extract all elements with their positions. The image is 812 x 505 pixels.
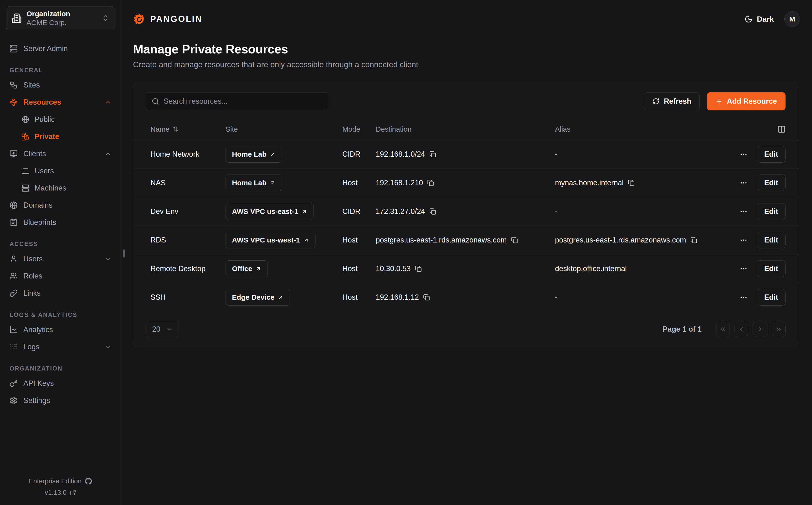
sidebar-item-api-keys[interactable]: API Keys [6,375,115,392]
page-size-value: 20 [152,325,160,334]
sidebar-item-server-admin[interactable]: Server Admin [6,40,115,57]
sidebar-item-label: Links [23,289,111,298]
row-alias: desktop.office.internal [555,265,627,273]
column-header-name[interactable]: Name [146,125,221,133]
sidebar-item-private[interactable]: Private [19,128,115,145]
column-header-destination: Destination [371,125,550,133]
row-destination: 10.30.0.53 [376,265,411,273]
copy-icon [423,294,430,301]
destination-copy-button[interactable] [429,208,436,215]
edit-button[interactable]: Edit [757,289,786,306]
ellipsis-icon [740,179,748,187]
sidebar-item-users[interactable]: Users [6,250,115,268]
github-icon[interactable] [85,478,92,485]
destination-copy-button[interactable] [415,266,422,272]
sidebar-item-label: API Keys [23,379,111,388]
sidebar-item-resources[interactable]: Resources [6,94,115,111]
edit-button[interactable]: Edit [757,261,786,277]
row-alias: - [555,293,557,302]
row-menu-button[interactable] [740,207,748,215]
row-menu-button[interactable] [740,265,748,273]
column-visibility-button[interactable] [731,125,786,133]
sidebar-item-public[interactable]: Public [19,111,115,128]
external-link-icon[interactable] [70,490,76,496]
row-menu-button[interactable] [740,179,748,187]
sidebar-item-client-users[interactable]: Users [19,162,115,180]
table-row: SSH Edge Device Host 192.168.1.12 - Edit [133,283,798,312]
edit-button[interactable]: Edit [757,232,786,248]
server-icon [22,184,29,192]
globe-lock-icon [22,133,29,140]
theme-toggle[interactable]: Dark [745,15,774,24]
site-link-button[interactable]: Edge Device [225,289,290,306]
destination-copy-button[interactable] [429,151,436,158]
sidebar-item-label: Domains [23,201,111,210]
row-mode: Host [338,236,371,244]
ellipsis-icon [740,265,748,273]
plus-icon [716,98,723,105]
edit-button[interactable]: Edit [757,175,786,191]
next-page-button[interactable] [753,322,767,337]
sidebar-item-domains[interactable]: Domains [6,197,115,214]
destination-copy-button[interactable] [423,294,430,301]
sidebar-item-label: Roles [23,272,111,281]
sidebar-item-settings[interactable]: Settings [6,392,115,409]
sidebar-scrollbar-thumb[interactable] [123,249,125,258]
sidebar-item-label: Clients [23,150,99,158]
sidebar-item-links[interactable]: Links [6,285,115,302]
sidebar-item-roles[interactable]: Roles [6,268,115,285]
sidebar-item-machines[interactable]: Machines [19,180,115,197]
destination-copy-button[interactable] [427,180,434,186]
row-alias: mynas.home.internal [555,179,624,187]
waypoints-icon [10,98,18,106]
refresh-button[interactable]: Refresh [644,92,699,111]
refresh-icon [652,98,659,105]
sidebar-item-logs[interactable]: Logs [6,338,115,355]
arrow-up-right-icon [301,209,307,214]
site-chip-label: Home Lab [232,179,266,187]
sidebar-item-analytics[interactable]: Analytics [6,321,115,338]
row-alias: postgres.us-east-1.rds.amazonaws.com [555,236,686,244]
row-menu-button[interactable] [740,293,748,301]
user-icon [10,255,18,263]
edit-button[interactable]: Edit [757,146,786,163]
org-selector[interactable]: Organization ACME Corp. [6,6,115,30]
table-header: Name Site Mode Destination Alias [133,119,798,140]
sidebar-item-label: Private [35,132,113,141]
copy-icon [429,151,436,158]
site-link-button[interactable]: AWS VPC us-east-1 [225,203,314,220]
search-input[interactable] [164,97,322,106]
gear-icon [10,396,18,404]
sidebar-item-label: Analytics [23,325,111,334]
sidebar-item-label: Logs [23,343,99,351]
logs-icon [10,343,18,351]
sidebar-nav: Server Admin GENERAL Sites Resources Pub… [6,40,115,409]
column-header-site: Site [221,125,338,133]
page-size-select[interactable]: 20 [146,321,179,338]
moon-icon [745,15,753,23]
table-body: Home Network Home Lab CIDR 192.168.1.0/2… [133,140,798,312]
sidebar-item-label: Users [23,255,99,263]
toolbar: Refresh Add Resource [133,82,798,119]
previous-page-button[interactable] [735,322,748,337]
row-menu-button[interactable] [740,150,748,158]
table-row: Home Network Home Lab CIDR 192.168.1.0/2… [133,140,798,169]
brand[interactable]: PANGOLIN [133,13,202,25]
last-page-button[interactable] [772,322,786,337]
destination-copy-button[interactable] [511,237,518,243]
site-link-button[interactable]: Home Lab [225,146,282,163]
site-link-button[interactable]: Home Lab [225,175,282,191]
avatar[interactable]: M [784,11,800,27]
row-menu-button[interactable] [740,236,748,244]
column-header-alias: Alias [550,125,731,133]
edit-button[interactable]: Edit [757,203,786,220]
sidebar-item-sites[interactable]: Sites [6,76,115,94]
add-resource-button[interactable]: Add Resource [707,92,786,111]
site-link-button[interactable]: AWS VPC us-west-1 [225,232,316,248]
sidebar-item-blueprints[interactable]: Blueprints [6,214,115,231]
sidebar-item-clients[interactable]: Clients [6,145,115,162]
alias-copy-button[interactable] [690,237,697,243]
first-page-button[interactable] [716,322,730,337]
alias-copy-button[interactable] [628,180,635,186]
site-link-button[interactable]: Office [225,261,268,277]
